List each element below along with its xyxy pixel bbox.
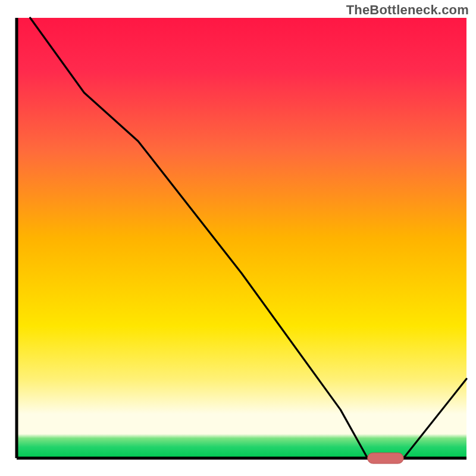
- chart-svg: [0, 0, 476, 476]
- plot-background: [17, 18, 466, 458]
- optimal-marker: [368, 453, 403, 464]
- chart-frame: TheBottleneck.com: [0, 0, 476, 476]
